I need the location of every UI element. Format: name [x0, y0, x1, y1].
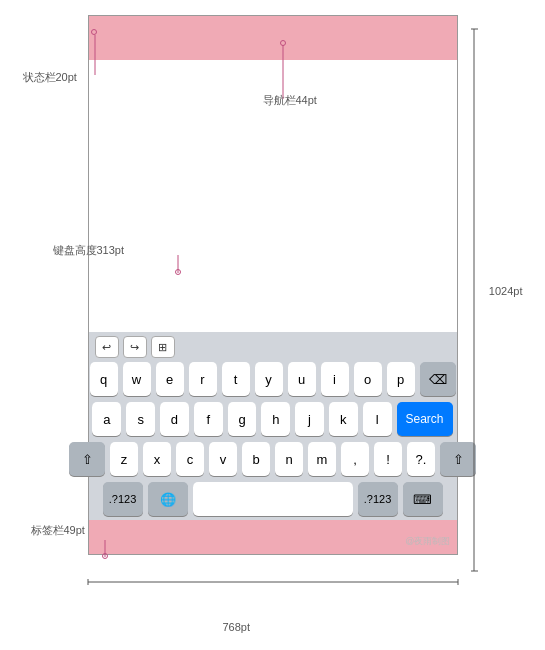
- tab-bar-label: 标签栏49pt: [31, 523, 85, 538]
- num-key-right[interactable]: .?123: [358, 482, 398, 516]
- space-key[interactable]: [193, 482, 353, 516]
- tab-bar: [89, 520, 457, 554]
- key-r[interactable]: r: [189, 362, 217, 396]
- outer-container: ↩ ↪ ⊞ q w e r t y u i o p ⌫: [23, 15, 523, 635]
- key-e[interactable]: e: [156, 362, 184, 396]
- key-i[interactable]: i: [321, 362, 349, 396]
- num-key-left[interactable]: .?123: [103, 482, 143, 516]
- redo-button[interactable]: ↪: [123, 336, 147, 358]
- status-bar-label: 状态栏20pt: [23, 70, 77, 85]
- key-h[interactable]: h: [261, 402, 290, 436]
- key-row-4: .?123 🌐 .?123 ⌨: [93, 482, 453, 516]
- key-v[interactable]: v: [209, 442, 237, 476]
- shift-key-right[interactable]: ⇧: [440, 442, 476, 476]
- key-o[interactable]: o: [354, 362, 382, 396]
- height-label: 1024pt: [489, 285, 523, 297]
- key-g[interactable]: g: [228, 402, 257, 436]
- globe-key[interactable]: 🌐: [148, 482, 188, 516]
- key-w[interactable]: w: [123, 362, 151, 396]
- keyboard-height-label: 键盘高度313pt: [53, 243, 125, 258]
- nav-bar-label: 导航栏44pt: [263, 93, 317, 108]
- key-u[interactable]: u: [288, 362, 316, 396]
- key-m[interactable]: m: [308, 442, 336, 476]
- search-button[interactable]: Search: [397, 402, 453, 436]
- key-x[interactable]: x: [143, 442, 171, 476]
- key-row-2: a s d f g h j k l Search: [93, 402, 453, 436]
- status-bar: [89, 16, 457, 30]
- key-j[interactable]: j: [295, 402, 324, 436]
- clipboard-button[interactable]: ⊞: [151, 336, 175, 358]
- width-label: 768pt: [223, 621, 251, 633]
- key-l[interactable]: l: [363, 402, 392, 436]
- delete-key[interactable]: ⌫: [420, 362, 456, 396]
- key-row-1: q w e r t y u i o p ⌫: [93, 362, 453, 396]
- key-question[interactable]: ?.: [407, 442, 435, 476]
- key-a[interactable]: a: [92, 402, 121, 436]
- nav-bar: [89, 30, 457, 60]
- status-bar-dot: [91, 29, 97, 35]
- key-z[interactable]: z: [110, 442, 138, 476]
- tab-bar-dot: [102, 553, 108, 559]
- key-comma[interactable]: ,: [341, 442, 369, 476]
- keyboard-height-dot: [175, 269, 181, 275]
- key-f[interactable]: f: [194, 402, 223, 436]
- key-exclaim[interactable]: !: [374, 442, 402, 476]
- key-k[interactable]: k: [329, 402, 358, 436]
- key-s[interactable]: s: [126, 402, 155, 436]
- key-d[interactable]: d: [160, 402, 189, 436]
- nav-bar-dot: [280, 40, 286, 46]
- keyboard-hide-key[interactable]: ⌨: [403, 482, 443, 516]
- key-n[interactable]: n: [275, 442, 303, 476]
- key-b[interactable]: b: [242, 442, 270, 476]
- undo-button[interactable]: ↩: [95, 336, 119, 358]
- keyboard-rows: q w e r t y u i o p ⌫ a s d f: [89, 360, 457, 520]
- key-t[interactable]: t: [222, 362, 250, 396]
- keyboard-toolbar: ↩ ↪ ⊞: [89, 332, 457, 360]
- shift-key[interactable]: ⇧: [69, 442, 105, 476]
- keyboard-area: ↩ ↪ ⊞ q w e r t y u i o p ⌫: [89, 332, 457, 520]
- key-y[interactable]: y: [255, 362, 283, 396]
- key-row-3: ⇧ z x c v b n m , ! ?. ⇧: [93, 442, 453, 476]
- key-p[interactable]: p: [387, 362, 415, 396]
- key-c[interactable]: c: [176, 442, 204, 476]
- key-q[interactable]: q: [90, 362, 118, 396]
